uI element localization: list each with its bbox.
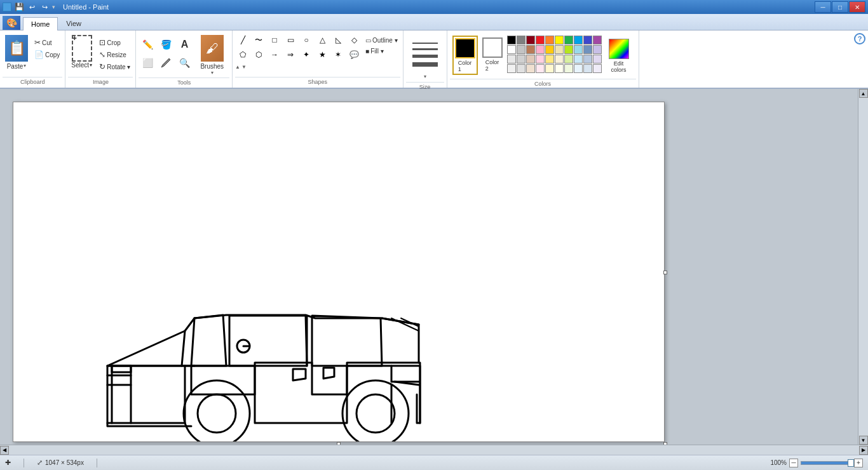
color2-button[interactable]: Color2: [480, 36, 505, 74]
color-r3c2[interactable]: [517, 55, 526, 64]
star5-shape[interactable]: ★: [315, 48, 330, 62]
size-selector[interactable]: ▾: [406, 33, 444, 82]
color-orange[interactable]: [545, 36, 554, 44]
color-r4c8[interactable]: [574, 64, 583, 73]
edit-colors-button[interactable]: Editcolors: [604, 36, 634, 76]
help-button[interactable]: ?: [854, 33, 865, 44]
curve-shape[interactable]: 〜: [251, 33, 266, 47]
quick-dropdown[interactable]: ▾: [52, 4, 55, 10]
rect-shape[interactable]: □: [267, 33, 282, 47]
crop-button[interactable]: ⊡ Crop: [97, 37, 133, 48]
vertical-scrollbar[interactable]: ▲ ▼: [858, 89, 868, 445]
color-r3c10[interactable]: [593, 55, 602, 64]
zoom-thumb[interactable]: [848, 459, 854, 467]
star6-shape[interactable]: ✶: [330, 48, 346, 62]
scroll-right[interactable]: ▶: [859, 446, 868, 455]
horizontal-scrollbar[interactable]: ◀ ▶: [0, 445, 868, 455]
color-lime[interactable]: [564, 45, 573, 54]
text-tool[interactable]: A: [175, 36, 193, 53]
close-button[interactable]: ✕: [849, 1, 865, 13]
color-black[interactable]: [507, 36, 516, 44]
color-r3c1[interactable]: [507, 55, 516, 64]
callout-shape[interactable]: 💬: [346, 48, 362, 62]
paste-button[interactable]: 📋 Paste ▾: [3, 33, 31, 74]
fill-tool[interactable]: 🪣: [157, 36, 175, 53]
color-cream[interactable]: [555, 45, 564, 54]
resize-button[interactable]: ⤡ Resize: [97, 49, 133, 60]
color-purple[interactable]: [593, 36, 602, 44]
color-steel[interactable]: [583, 45, 592, 54]
eraser-tool[interactable]: ⬜: [139, 54, 156, 72]
color-r3c4[interactable]: [536, 55, 545, 64]
color-red[interactable]: [536, 36, 545, 44]
brushes-button[interactable]: 🖌 Brushes ▾: [194, 33, 229, 77]
color-dark-red[interactable]: [526, 36, 535, 44]
color-r3c9[interactable]: [583, 55, 592, 64]
zoom-in-button[interactable]: +: [854, 459, 863, 467]
color-r4c10[interactable]: [593, 64, 602, 73]
color-r4c6[interactable]: [555, 64, 564, 73]
canvas-container[interactable]: [0, 89, 858, 445]
color-gray[interactable]: [517, 36, 526, 44]
color-r3c7[interactable]: [564, 55, 573, 64]
magnifier-tool[interactable]: 🔍: [175, 54, 193, 72]
color-green[interactable]: [564, 36, 573, 44]
color-r4c7[interactable]: [564, 64, 573, 73]
color-r4c5[interactable]: [545, 64, 554, 73]
pencil-tool[interactable]: ✏️: [139, 36, 156, 53]
quick-save[interactable]: 💾: [14, 2, 24, 12]
color-white[interactable]: [507, 45, 516, 54]
color-r3c3[interactable]: [526, 55, 535, 64]
color-blue[interactable]: [583, 36, 592, 44]
color-r4c1[interactable]: [507, 64, 516, 73]
color-picker-tool[interactable]: [157, 54, 175, 72]
select-button[interactable]: ✚ Select▾: [68, 33, 95, 70]
ellipse-shape[interactable]: ○: [299, 33, 314, 47]
quick-undo[interactable]: ↩: [27, 2, 37, 12]
hexagon-shape[interactable]: ⬡: [251, 48, 266, 62]
paint-canvas[interactable]: [13, 102, 665, 442]
resize-handle-corner[interactable]: [663, 442, 667, 445]
color-r4c4[interactable]: [536, 64, 545, 73]
color-cyan[interactable]: [574, 36, 583, 44]
cut-button[interactable]: ✂ Cut: [32, 37, 62, 48]
color1-button[interactable]: Color1: [452, 36, 478, 75]
star4-shape[interactable]: ✦: [299, 48, 314, 62]
quick-redo[interactable]: ↪: [39, 2, 50, 12]
color-r3c6[interactable]: [555, 55, 564, 64]
righttri-shape[interactable]: ◺: [330, 33, 346, 47]
color-lavender[interactable]: [593, 45, 602, 54]
color-r4c9[interactable]: [583, 64, 592, 73]
roundrect-shape[interactable]: ▭: [283, 33, 298, 47]
color-gold[interactable]: [545, 45, 554, 54]
resize-handle-bottom[interactable]: [337, 442, 341, 445]
color-r3c5[interactable]: [545, 55, 554, 64]
tab-view[interactable]: View: [58, 17, 90, 30]
arrow-shape[interactable]: →: [267, 48, 282, 62]
triangle-shape[interactable]: △: [315, 33, 330, 47]
color-yellow[interactable]: [555, 36, 564, 44]
paint-menu-button[interactable]: 🎨: [3, 16, 20, 30]
outline-button[interactable]: ▭ Outline ▾: [363, 36, 400, 45]
tab-home[interactable]: Home: [23, 17, 58, 30]
diamond-shape[interactable]: ◇: [346, 33, 362, 47]
zoom-out-button[interactable]: ─: [789, 459, 798, 467]
pentagon-shape[interactable]: ⬠: [235, 48, 250, 62]
color-r4c3[interactable]: [526, 64, 535, 73]
minimize-button[interactable]: ─: [815, 1, 831, 13]
color-r3c8[interactable]: [574, 55, 583, 64]
scroll-down[interactable]: ▼: [859, 436, 868, 445]
scroll-up[interactable]: ▲: [859, 89, 868, 98]
color-r4c2[interactable]: [517, 64, 526, 73]
color-sky[interactable]: [574, 45, 583, 54]
arrow2-shape[interactable]: ⇒: [283, 48, 298, 62]
scroll-left[interactable]: ◀: [0, 446, 9, 455]
color-brown[interactable]: [526, 45, 535, 54]
maximize-button[interactable]: □: [832, 1, 848, 13]
fill-button[interactable]: ■ Fill ▾: [363, 46, 400, 56]
zoom-slider[interactable]: [801, 461, 851, 465]
resize-handle-right[interactable]: [663, 271, 667, 274]
copy-button[interactable]: 📄 Copy: [32, 49, 62, 60]
line-shape[interactable]: ╱: [235, 33, 250, 47]
color-pink[interactable]: [536, 45, 545, 54]
